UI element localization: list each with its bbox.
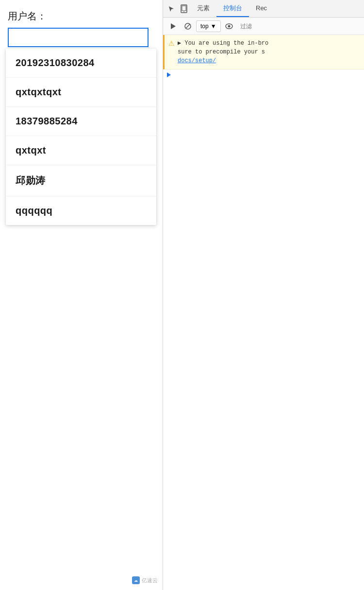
- username-dropdown: 20192310830284 qxtqxtqxt 18379885284 qxt…: [6, 49, 156, 225]
- console-prompt: [163, 69, 364, 80]
- watermark: ☁ 亿速云: [132, 576, 158, 584]
- eye-button[interactable]: [223, 20, 235, 33]
- devtools-tab-bar: 元素 控制台 Rec: [163, 0, 364, 17]
- dropdown-item-2[interactable]: qxtqxtqxt: [6, 78, 156, 107]
- console-area: ⚠ ▶ You are using the in-bro sure to pre…: [163, 35, 364, 590]
- form-area: 用户名：: [0, 0, 163, 55]
- dropdown-item-5[interactable]: 邱勋涛: [6, 165, 156, 196]
- play-button[interactable]: [167, 20, 180, 33]
- expand-triangle[interactable]: [167, 72, 171, 77]
- console-warning: ⚠ ▶ You are using the in-bro sure to pre…: [163, 35, 364, 69]
- dropdown-item-4[interactable]: qxtqxt: [6, 136, 156, 165]
- tab-cursor-icon[interactable]: [165, 2, 178, 15]
- devtools-panel: 元素 控制台 Rec top ▼: [163, 0, 364, 590]
- svg-point-7: [228, 25, 230, 27]
- warning-link[interactable]: docs/setup/: [178, 57, 216, 64]
- warning-line1: You are using the in-bro: [184, 40, 268, 47]
- watermark-text: 亿速云: [142, 577, 158, 584]
- context-dropdown[interactable]: top ▼: [196, 20, 221, 32]
- warning-arrow[interactable]: ▶: [178, 40, 181, 47]
- username-label: 用户名：: [8, 10, 155, 23]
- filter-input[interactable]: [237, 22, 360, 31]
- dropdown-item-1[interactable]: 20192310830284: [6, 49, 156, 78]
- svg-point-2: [183, 11, 184, 12]
- tab-device-icon[interactable]: [178, 2, 190, 15]
- dropdown-arrow: ▼: [211, 23, 216, 30]
- svg-rect-1: [182, 6, 186, 11]
- tab-sources[interactable]: Rec: [249, 0, 274, 17]
- tab-console[interactable]: 控制台: [216, 0, 249, 17]
- warning-content: ▶ You are using the in-bro sure to preco…: [178, 39, 268, 65]
- devtools-toolbar: top ▼: [163, 17, 364, 35]
- dropdown-item-3[interactable]: 18379885284: [6, 107, 156, 136]
- block-button[interactable]: [182, 20, 194, 33]
- username-input[interactable]: [8, 28, 149, 47]
- warning-icon: ⚠: [168, 39, 175, 47]
- svg-marker-3: [171, 23, 176, 29]
- context-label: top: [200, 23, 209, 30]
- left-panel: 用户名： 20192310830284 qxtqxtqxt 1837988528…: [0, 0, 163, 590]
- tab-elements[interactable]: 元素: [190, 0, 216, 17]
- dropdown-item-6[interactable]: qqqqqq: [6, 196, 156, 225]
- warning-line2: sure to precompile your s: [178, 49, 265, 55]
- cloud-icon: ☁: [132, 576, 140, 584]
- svg-line-5: [186, 24, 190, 28]
